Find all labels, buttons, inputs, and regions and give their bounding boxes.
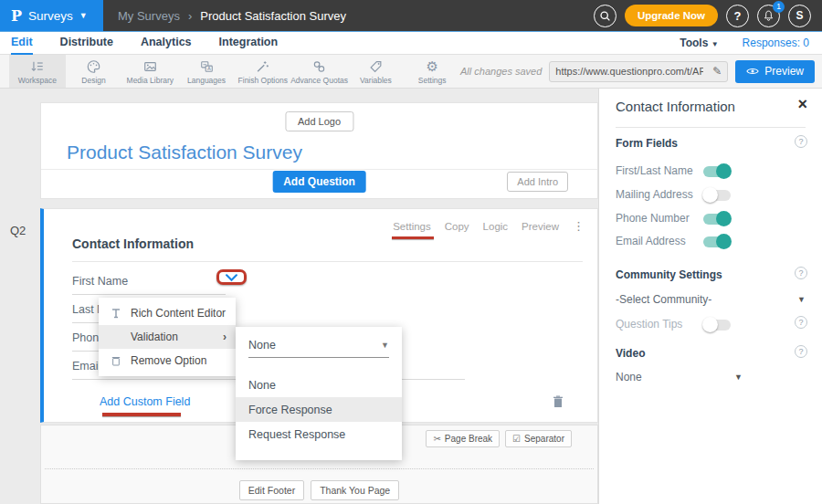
question-action-copy[interactable]: Copy (445, 221, 469, 232)
survey-url-input[interactable] (555, 66, 703, 77)
toggle-label-first-last-name: First/Last Name (616, 164, 693, 177)
dotted-divider (45, 468, 594, 469)
kebab-menu-icon[interactable]: ⋮ (573, 219, 585, 233)
toolbar-item-label: Languages (187, 76, 226, 85)
delete-question-button[interactable] (553, 394, 564, 412)
menu-item-remove-option[interactable]: Remove Option (99, 349, 236, 373)
community-select[interactable]: -Select Community- ▼ (616, 293, 806, 306)
tab-edit[interactable]: Edit (11, 32, 33, 55)
help-button[interactable]: ? (726, 5, 749, 27)
toggle-knob (716, 234, 732, 249)
edit-footer-button[interactable]: Edit Footer (239, 480, 304, 500)
pencil-icon[interactable]: ✎ (712, 65, 722, 78)
toggle-first-last-name[interactable] (703, 166, 731, 177)
help-icon[interactable]: ? (795, 316, 807, 329)
divider (72, 261, 583, 262)
form-fields-heading: Form Fields (616, 137, 678, 150)
page-break-icon: ✂ (433, 434, 440, 444)
toolbar-item-label: Finish Options (238, 76, 288, 85)
add-custom-field-link[interactable]: Add Custom Field (100, 395, 190, 408)
validation-selected-value: None (248, 339, 276, 352)
upgrade-button[interactable]: Upgrade Now (625, 5, 718, 26)
option-none[interactable]: None (236, 373, 402, 397)
section-nav: Edit Distribute Analytics Integration To… (0, 31, 822, 55)
help-icon[interactable]: ? (795, 135, 807, 148)
toggle-email-address[interactable] (703, 236, 731, 247)
image-icon (142, 59, 158, 74)
footer-buttons: Edit Footer Thank You Page (41, 480, 597, 500)
annotation-box-chevron (216, 269, 247, 285)
search-button[interactable] (594, 5, 616, 27)
option-force-response[interactable]: Force Response (236, 397, 402, 422)
toolbar-item-label: Workspace (18, 76, 57, 85)
add-intro-button[interactable]: Add Intro (507, 172, 568, 192)
bell-icon (763, 9, 775, 22)
toggle-knob (716, 211, 732, 226)
toggle-knob (716, 163, 732, 179)
top-navbar: P Surveys ▼ My Surveys › Product Satisfa… (0, 0, 822, 31)
separator-button[interactable]: ☑ Separator (505, 430, 572, 447)
tools-dropdown[interactable]: Tools ▼ (680, 37, 718, 49)
tab-integration[interactable]: Integration (219, 32, 279, 55)
notifications: 1 (757, 5, 780, 27)
close-icon[interactable]: × (797, 95, 807, 114)
survey-url-field[interactable]: ✎ (549, 61, 728, 82)
question-action-preview[interactable]: Preview (522, 221, 559, 232)
toolbar-item-advance-quotas[interactable]: Advance Quotas (291, 55, 348, 88)
toolbar-item-design[interactable]: Design (66, 55, 122, 88)
toggle-mailing-address[interactable] (703, 190, 731, 201)
chevron-down-icon: ▼ (381, 341, 389, 350)
question-action-settings[interactable]: Settings (393, 221, 431, 232)
responses-count[interactable]: Responses: 0 (743, 37, 809, 49)
workspace-icon (29, 59, 45, 74)
help-icon[interactable]: ? (795, 345, 807, 358)
field-row-first-name[interactable]: First Name (72, 275, 226, 295)
toolbar-item-variables[interactable]: Variables (348, 55, 405, 88)
page-break-button[interactable]: ✂ Page Break (426, 430, 500, 447)
video-select-value: None (616, 371, 642, 383)
thank-you-page-button[interactable]: Thank You Page (311, 480, 399, 500)
add-question-button[interactable]: Add Question (272, 171, 366, 193)
toggle-phone-number[interactable] (703, 214, 731, 225)
validation-submenu-panel: None ▼ None Force Response Request Respo… (236, 327, 402, 460)
survey-title[interactable]: Product Satisfaction Survey (67, 142, 302, 163)
toolbar-item-label: Design (81, 76, 105, 85)
preview-button[interactable]: Preview (735, 60, 815, 83)
question-actions: Settings Copy Logic Preview ⋮ (393, 219, 585, 233)
toolbar-item-finish-options[interactable]: Finish Options (235, 55, 291, 88)
account-avatar[interactable]: S (788, 5, 811, 27)
toolbar-item-media-library[interactable]: Media Library (121, 55, 178, 88)
toolbar-item-settings[interactable]: ⚙ Settings (404, 55, 460, 88)
product-switcher[interactable]: P Surveys ▼ (0, 0, 103, 31)
search-icon (599, 10, 611, 22)
chain-link-icon (311, 59, 327, 74)
chevron-down-icon[interactable] (225, 274, 238, 282)
translate-icon: A (199, 59, 215, 74)
help-icon[interactable]: ? (795, 267, 807, 279)
video-select[interactable]: None ▼ (616, 371, 806, 383)
toggle-knob (702, 187, 718, 203)
question-action-logic[interactable]: Logic (483, 221, 509, 232)
question-heading[interactable]: Contact Information (72, 236, 194, 251)
save-status: All changes saved (460, 66, 542, 77)
breadcrumb-parent[interactable]: My Surveys (118, 9, 180, 23)
tab-analytics[interactable]: Analytics (141, 32, 192, 55)
menu-item-label: Rich Content Editor (131, 307, 226, 320)
option-request-response[interactable]: Request Response (236, 422, 402, 446)
trash-icon (553, 394, 564, 408)
editor-toolbar: Workspace Design Media Library A Languag… (0, 55, 822, 89)
tab-distribute[interactable]: Distribute (60, 32, 113, 55)
chevron-down-icon: ▼ (79, 11, 88, 20)
field-context-menu: Rich Content Editor Validation › Remove … (99, 298, 236, 376)
magic-wand-icon (255, 59, 270, 74)
survey-canvas: Add Logo Product Satisfaction Survey Add… (40, 89, 598, 504)
chevron-right-icon: › (223, 331, 227, 343)
toolbar-item-workspace[interactable]: Workspace (9, 55, 66, 88)
add-logo-button[interactable]: Add Logo (285, 111, 353, 131)
palette-icon (86, 59, 101, 74)
menu-item-validation[interactable]: Validation › (99, 325, 236, 349)
validation-select[interactable]: None ▼ (248, 339, 389, 358)
menu-item-rich-content-editor[interactable]: Rich Content Editor (99, 301, 236, 325)
toggle-question-tips[interactable] (703, 320, 731, 331)
toolbar-item-languages[interactable]: A Languages (178, 55, 235, 88)
